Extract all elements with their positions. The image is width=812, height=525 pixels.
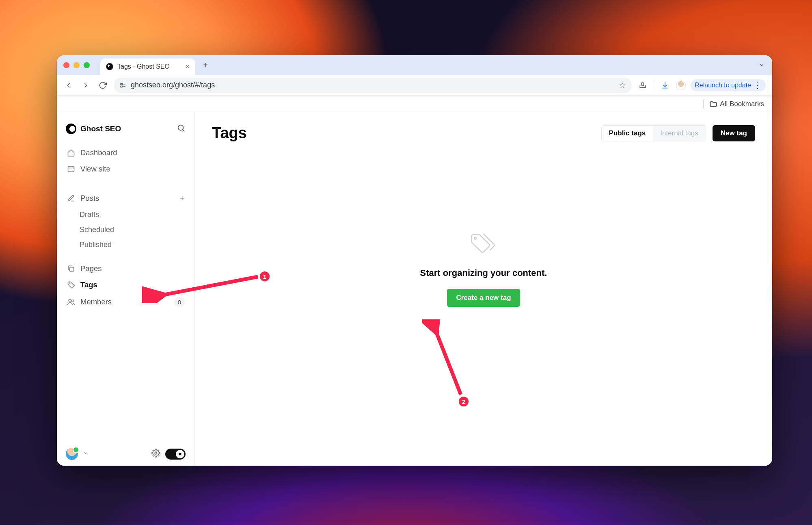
- tag-icon: [67, 281, 76, 289]
- new-tag-button[interactable]: New tag: [713, 125, 755, 141]
- downloads-button[interactable]: [659, 79, 671, 91]
- bookmark-star-icon[interactable]: ☆: [619, 80, 626, 90]
- user-menu-chevron[interactable]: [83, 450, 89, 458]
- browser-window: Tags - Ghost SEO × + ghostseo.org/ghost/…: [57, 55, 772, 466]
- user-avatar[interactable]: [66, 448, 78, 460]
- main-header: Tags Public tags Internal tags New tag: [212, 124, 755, 142]
- site-controls-icon[interactable]: [119, 82, 127, 89]
- theme-toggle[interactable]: ✸: [165, 449, 186, 460]
- main-content: Tags Public tags Internal tags New tag: [195, 112, 772, 466]
- folder-icon: [709, 100, 717, 108]
- sidebar-item-label: Posts: [80, 194, 99, 203]
- separator: [703, 100, 704, 108]
- sidebar: Ghost SEO Dashboard View site: [57, 112, 195, 466]
- svg-point-13: [474, 237, 476, 239]
- sidebar-item-posts[interactable]: Posts +: [61, 189, 190, 207]
- nav-back-button[interactable]: [63, 79, 75, 91]
- window-minimize-button[interactable]: [73, 62, 80, 68]
- sidebar-item-pages[interactable]: Pages: [61, 260, 190, 277]
- svg-line-5: [183, 130, 184, 131]
- relaunch-label: Relaunch to update: [695, 82, 751, 89]
- svg-point-12: [155, 452, 157, 454]
- members-count-badge: 0: [174, 297, 185, 307]
- site-logo: [66, 124, 76, 134]
- members-icon: [67, 298, 76, 306]
- gear-icon: [151, 449, 160, 458]
- new-post-button[interactable]: +: [179, 193, 185, 204]
- tab-strip: Tags - Ghost SEO × +: [57, 55, 772, 75]
- browser-icon: [67, 165, 76, 173]
- svg-rect-8: [70, 267, 74, 271]
- separator: [654, 80, 654, 90]
- tab-close-button[interactable]: ×: [185, 63, 190, 71]
- address-bar[interactable]: ghostseo.org/ghost/#/tags ☆: [114, 78, 632, 93]
- sidebar-item-label: Members: [80, 297, 112, 306]
- svg-rect-6: [68, 166, 74, 171]
- create-tag-button[interactable]: Create a new tag: [447, 289, 520, 307]
- nav-reload-button[interactable]: [97, 79, 109, 91]
- sidebar-item-published[interactable]: Published: [61, 237, 190, 252]
- sidebar-item-label: View site: [80, 165, 110, 174]
- page-title: Tags: [212, 124, 247, 142]
- all-bookmarks-button[interactable]: All Bookmarks: [709, 100, 764, 108]
- tabs-menu-button[interactable]: [757, 60, 767, 70]
- sidebar-footer: ✸: [57, 448, 194, 460]
- browser-tab[interactable]: Tags - Ghost SEO ×: [100, 59, 195, 75]
- svg-rect-1: [121, 86, 123, 87]
- nav-forward-button[interactable]: [80, 79, 92, 91]
- annotation-badge-2: 2: [459, 397, 469, 406]
- toggle-public-tags[interactable]: Public tags: [602, 126, 653, 141]
- site-name: Ghost SEO: [80, 124, 177, 133]
- tag-visibility-toggle: Public tags Internal tags: [601, 125, 706, 141]
- home-icon: [67, 149, 76, 157]
- theme-toggle-thumb: ✸: [176, 450, 184, 458]
- svg-rect-0: [121, 83, 123, 85]
- sidebar-item-members[interactable]: Members 0: [61, 293, 190, 311]
- sidebar-item-label: Dashboard: [80, 148, 117, 157]
- window-close-button[interactable]: [63, 62, 69, 68]
- tags-empty-icon: [469, 231, 498, 257]
- url-text: ghostseo.org/ghost/#/tags: [131, 81, 215, 89]
- svg-line-15: [434, 328, 461, 395]
- svg-point-10: [69, 299, 71, 302]
- toggle-internal-tags[interactable]: Internal tags: [653, 126, 706, 141]
- window-controls: [63, 62, 90, 68]
- svg-point-9: [69, 283, 70, 284]
- copy-icon: [67, 265, 76, 273]
- profile-avatar-button[interactable]: [676, 80, 686, 90]
- settings-gear-button[interactable]: [151, 449, 160, 459]
- sidebar-item-tags[interactable]: Tags: [61, 277, 190, 293]
- svg-point-11: [72, 300, 74, 302]
- sidebar-item-drafts[interactable]: Drafts: [61, 207, 190, 222]
- annotation-badge-1: 1: [260, 271, 270, 281]
- sidebar-item-label: Pages: [80, 264, 102, 273]
- sidebar-item-scheduled[interactable]: Scheduled: [61, 222, 190, 237]
- relaunch-update-button[interactable]: Relaunch to update ⋮: [691, 79, 766, 91]
- sidebar-item-view-site[interactable]: View site: [61, 161, 190, 177]
- compose-icon: [67, 194, 76, 202]
- tab-favicon: [106, 63, 113, 70]
- browser-toolbar: ghostseo.org/ghost/#/tags ☆ Relaunch to …: [57, 75, 772, 96]
- extensions-button[interactable]: [637, 79, 649, 91]
- svg-point-4: [178, 125, 184, 130]
- sidebar-item-label: Tags: [80, 280, 97, 289]
- bookmarks-bar: All Bookmarks: [57, 96, 772, 112]
- tab-title: Tags - Ghost SEO: [117, 63, 170, 70]
- search-icon: [177, 124, 186, 132]
- sidebar-item-dashboard[interactable]: Dashboard: [61, 145, 190, 161]
- annotation-arrow-2: [422, 319, 471, 401]
- window-maximize-button[interactable]: [84, 62, 90, 68]
- all-bookmarks-label: All Bookmarks: [720, 100, 764, 108]
- sidebar-header: Ghost SEO: [57, 124, 194, 145]
- empty-state-title: Start organizing your content.: [420, 268, 547, 278]
- app-body: Ghost SEO Dashboard View site: [57, 112, 772, 466]
- search-button[interactable]: [177, 124, 186, 134]
- new-tab-button[interactable]: +: [199, 59, 212, 71]
- empty-state: Start organizing your content. Create a …: [212, 231, 755, 307]
